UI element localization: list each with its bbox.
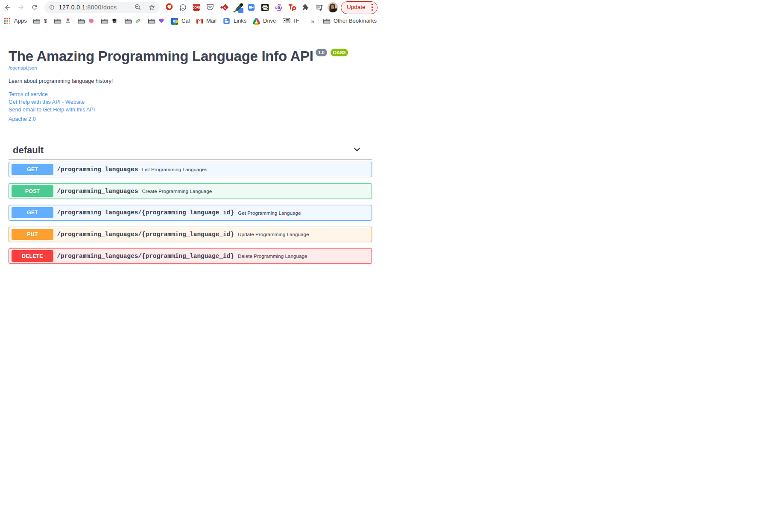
svg-text:27: 27 <box>173 19 176 23</box>
svg-text:CORS: CORS <box>193 6 200 9</box>
